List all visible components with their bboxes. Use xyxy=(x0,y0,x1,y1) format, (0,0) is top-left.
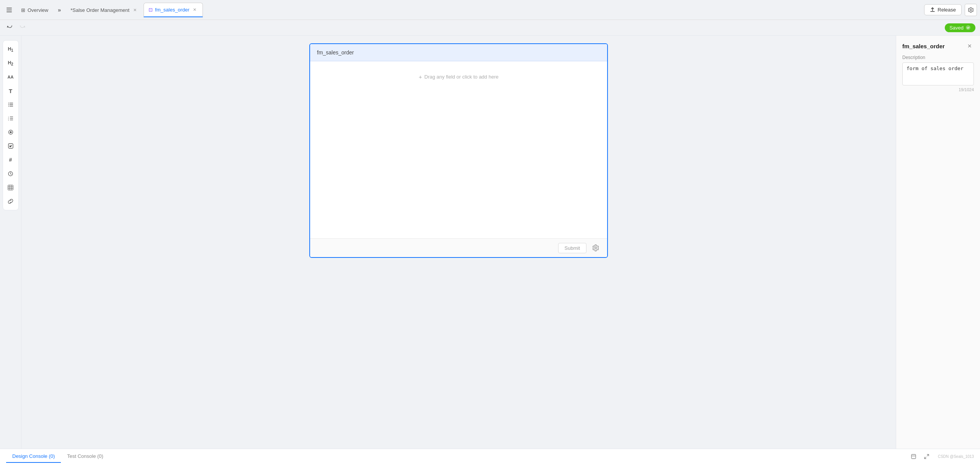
gear-icon-footer xyxy=(592,244,599,251)
expand-console-button[interactable] xyxy=(922,452,932,462)
svg-rect-1 xyxy=(7,10,12,10)
redo-button[interactable] xyxy=(17,22,28,33)
form-settings-button[interactable] xyxy=(590,243,601,253)
watermark: CSDN @Seals_1013 xyxy=(938,454,974,459)
ordered-list-icon: 1 2 3 xyxy=(8,115,14,121)
tab-list: ⊞ Overview » *Salse Order Management ✕ ⊡… xyxy=(3,3,924,17)
tool-panel-inner: H1 H2 AA T xyxy=(3,40,19,210)
drag-hint: + Drag any field or click to add here xyxy=(419,74,498,80)
right-panel: fm_sales_order ✕ Description form of sal… xyxy=(896,36,980,449)
upload-icon xyxy=(930,7,935,13)
svg-point-9 xyxy=(8,106,9,107)
h2-tool[interactable]: H2 xyxy=(3,57,18,70)
link-icon xyxy=(8,198,13,204)
saved-badge: Saved xyxy=(945,23,975,32)
tab-overview[interactable]: ⊞ Overview xyxy=(16,3,53,17)
description-textarea[interactable]: form of sales order xyxy=(902,62,974,85)
tab-fm-sales-order-label: fm_sales_order xyxy=(155,7,189,13)
svg-line-29 xyxy=(927,454,929,456)
svg-text:3: 3 xyxy=(8,119,9,121)
table-icon xyxy=(8,185,13,190)
form-icon: ⊡ xyxy=(149,7,153,13)
toolbar: Saved xyxy=(0,20,980,36)
minimize-icon xyxy=(911,454,916,459)
drag-hint-text: Drag any field or click to add here xyxy=(425,74,499,80)
console-tab-test[interactable]: Test Console (0) xyxy=(61,450,109,463)
tab-salse-order[interactable]: *Salse Order Management ✕ xyxy=(65,3,143,17)
release-label: Release xyxy=(938,7,956,13)
check-circle-icon xyxy=(965,25,971,30)
checkbox-tool[interactable] xyxy=(3,139,18,152)
h1-tool[interactable]: H1 xyxy=(3,43,18,56)
radio-tool[interactable] xyxy=(3,126,18,139)
tab-overflow-btn[interactable]: » xyxy=(54,5,65,15)
undo-icon xyxy=(7,25,13,31)
submit-button[interactable]: Submit xyxy=(558,243,586,253)
form-body[interactable]: + Drag any field or click to add here xyxy=(310,61,607,238)
svg-point-8 xyxy=(8,104,9,105)
right-panel-title: fm_sales_order xyxy=(902,43,945,49)
form-header: fm_sales_order xyxy=(310,44,607,61)
redo-icon xyxy=(19,25,25,31)
svg-line-30 xyxy=(924,457,926,459)
radio-icon xyxy=(8,130,13,135)
undo-button[interactable] xyxy=(5,22,15,33)
table-tool[interactable] xyxy=(3,181,18,194)
console-right-actions: CSDN @Seals_1013 xyxy=(909,452,974,462)
svg-point-3 xyxy=(966,25,970,30)
datetime-icon xyxy=(8,171,13,177)
ordered-list-tool[interactable]: 1 2 3 xyxy=(3,112,18,125)
description-label: Description xyxy=(902,55,974,60)
right-panel-header: fm_sales_order ✕ xyxy=(902,42,974,50)
svg-point-17 xyxy=(10,131,11,133)
svg-line-21 xyxy=(11,174,12,174)
form-canvas: fm_sales_order + Drag any field or click… xyxy=(309,43,608,258)
plus-icon: + xyxy=(419,74,422,80)
list-icon xyxy=(8,102,14,108)
console-tab-design[interactable]: Design Console (0) xyxy=(6,450,61,463)
svg-rect-27 xyxy=(911,454,916,459)
chevron-right-icon: » xyxy=(58,7,61,13)
checkbox-icon xyxy=(8,143,13,149)
description-field-group: Description form of sales order 19/1024 xyxy=(902,55,974,92)
minimize-console-button[interactable] xyxy=(909,452,919,462)
close-tab-salse-order[interactable]: ✕ xyxy=(132,7,138,13)
tab-bar-actions: Release xyxy=(924,4,977,16)
tab-bar: ⊞ Overview » *Salse Order Management ✕ ⊡… xyxy=(0,0,980,20)
grid-icon: ⊞ xyxy=(21,7,25,13)
right-panel-close-button[interactable]: ✕ xyxy=(965,42,974,50)
datetime-tool[interactable] xyxy=(3,167,18,180)
main-area: H1 H2 AA T xyxy=(0,36,980,449)
form-title: fm_sales_order xyxy=(317,49,354,56)
text-tool[interactable]: T xyxy=(3,84,18,97)
svg-rect-2 xyxy=(7,11,12,12)
list-tool[interactable] xyxy=(3,98,18,111)
release-button[interactable]: Release xyxy=(924,4,962,15)
tab-sidebar-toggle[interactable] xyxy=(3,4,15,16)
number-tool[interactable]: # xyxy=(3,153,18,166)
form-footer: Submit xyxy=(310,238,607,257)
link-tool[interactable] xyxy=(3,195,18,208)
settings-button[interactable] xyxy=(965,4,977,16)
console-bar: Design Console (0) Test Console (0) CSDN… xyxy=(0,449,980,464)
tab-overview-label: Overview xyxy=(28,7,48,13)
tool-panel: H1 H2 AA T xyxy=(0,36,21,449)
canvas-area[interactable]: fm_sales_order + Drag any field or click… xyxy=(21,36,896,449)
svg-rect-0 xyxy=(7,8,12,8)
text-size-tool[interactable]: AA xyxy=(3,71,18,84)
description-counter: 19/1024 xyxy=(902,87,974,92)
expand-icon xyxy=(924,454,929,459)
tab-salse-order-label: *Salse Order Management xyxy=(70,7,129,13)
saved-label: Saved xyxy=(949,25,964,31)
gear-icon xyxy=(968,7,974,13)
tab-fm-sales-order[interactable]: ⊡ fm_sales_order ✕ xyxy=(144,3,203,17)
svg-point-7 xyxy=(8,103,9,103)
close-tab-fm-sales-order[interactable]: ✕ xyxy=(192,7,198,13)
svg-rect-22 xyxy=(8,185,13,190)
